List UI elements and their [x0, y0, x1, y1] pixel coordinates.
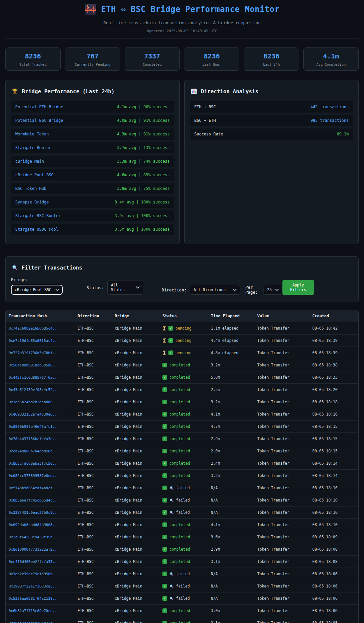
status-select[interactable]: All Status: [107, 280, 143, 295]
created-cell: 08-05 18:05: [309, 617, 358, 623]
direction-filter-group: Direction: All Directions: [162, 285, 240, 295]
bridge-performance-row: Potential BSC Bridge 4.0m avg | 91% succ…: [11, 115, 174, 126]
time-elapsed-cell: 3.2m: [208, 470, 254, 482]
status-cell: ✓ pending: [159, 335, 208, 347]
created-cell: 08-05 18:14: [309, 470, 358, 482]
status-cell: ✓ failed: [159, 494, 208, 506]
tx-hash-link[interactable]: 0x338f431c0eac27b0c8...: [9, 510, 59, 515]
tx-hash-link[interactable]: 0x082cc375899587e0ed...: [9, 474, 59, 478]
value-cell: Token Transfer: [254, 347, 309, 359]
created-cell: 08-05 18:20: [309, 384, 358, 396]
table-row: 0xca249880b7a4dbde8c... ETH→BSC cBridge …: [6, 445, 358, 457]
bridge-cell: cBridge Main: [112, 556, 159, 568]
direction-filter-label: Direction:: [162, 287, 187, 292]
bridge-stats: 3.9m avg | 100% success: [115, 213, 170, 218]
check-icon: ✓: [162, 473, 167, 478]
direction-cell: ETH→BSC: [75, 408, 112, 420]
tx-hash-link[interactable]: 0x74ac6002e16bdb85c4...: [9, 326, 59, 331]
status-cell: ✓ completed: [159, 519, 208, 531]
stat-value: 4.1m: [305, 52, 357, 60]
tx-hash-link[interactable]: 0x5236aa6581f64a2139...: [9, 596, 59, 601]
check-icon: ✓: [168, 338, 173, 343]
bridge-cell: cBridge Main: [112, 592, 159, 604]
direction-analysis-title: Direction Analysis: [201, 88, 258, 95]
status-cell: ✓ completed: [159, 543, 208, 555]
tx-hash-link[interactable]: 0x442fc1c6d885767f6a...: [9, 375, 59, 380]
check-icon: ✓: [162, 449, 167, 453]
value-cell: Token Transfer: [254, 445, 309, 457]
column-header: Direction: [75, 310, 112, 322]
bridge-cell: cBridge Main: [112, 359, 159, 371]
tx-hash-link[interactable]: 0x58ae0db9918cd595a8...: [9, 363, 59, 367]
bridge-cell: cBridge Main: [112, 506, 159, 518]
updated-timestamp: Updated: 2025-08-05 18:43:49 UTC: [5, 29, 359, 33]
column-header: Value: [254, 310, 309, 322]
stat-label: Last Hour: [186, 62, 238, 66]
tx-hash-link[interactable]: 0x469832152afe4630e0...: [9, 412, 59, 417]
apply-filters-button[interactable]: Apply Filters: [282, 280, 314, 295]
status-text: completed: [169, 547, 190, 552]
bridge-cell: cBridge Main: [112, 335, 159, 347]
bridge-select[interactable]: cBridge Pool BSC: [11, 285, 63, 295]
tx-hash-link[interactable]: 0x78a4437136bcfefa3e...: [9, 437, 59, 441]
tx-hash-link[interactable]: 0x8b5a6effc45cb65d4c...: [9, 498, 59, 503]
direction-select[interactable]: All Directions: [190, 285, 240, 295]
bridge-name: BSC Token Hub: [15, 186, 46, 191]
bridge-performance-row: BSC Token Hub 3.8m avg | 75% success: [11, 183, 174, 194]
status-cell: ✓ failed: [159, 580, 208, 592]
table-row: 0x3ed5a24bd2b2ecb880... ETH→BSC cBridge …: [6, 396, 358, 408]
tx-hash-link[interactable]: 0xf748b9b854fdf4a8cf...: [9, 486, 59, 490]
direction-cell: ETH→BSC: [75, 335, 112, 347]
tx-hash-link[interactable]: 0x092da08cadd84b9808...: [9, 523, 59, 527]
tx-hash-link[interactable]: 0x8b3cfdc68aba3f7c56...: [9, 461, 59, 466]
value-cell: Token Transfer: [254, 580, 309, 592]
bridge-stats: 3.5m avg | 100% success: [115, 227, 170, 232]
check-icon: ✓: [162, 387, 167, 392]
status-cell: ✓ failed: [159, 592, 208, 604]
value-cell: Token Transfer: [254, 519, 309, 531]
value-cell: Token Transfer: [254, 408, 309, 420]
status-text: completed: [169, 363, 190, 367]
per-page-select[interactable]: 25: [264, 285, 282, 295]
tx-hash-link[interactable]: 0x3ed5a24bd2b2ecb880...: [9, 400, 59, 404]
tx-hash-link[interactable]: 0xc410d400ee2ffcfa33...: [9, 560, 59, 564]
status-text: completed: [169, 473, 190, 478]
status-filter-group: Status: All Status: [87, 280, 143, 295]
created-cell: 08-05 18:10: [309, 519, 358, 531]
column-header: Transaction Hash: [6, 310, 75, 322]
time-elapsed-cell: 2.9m: [208, 543, 254, 555]
status-text: completed: [169, 535, 190, 539]
time-elapsed-cell: 4.4m elapsed: [208, 335, 254, 347]
chevron-down-icon: [233, 289, 237, 291]
value-cell: Token Transfer: [254, 617, 309, 623]
tx-hash-link[interactable]: 0x727a3191736d3b78bf...: [9, 351, 59, 355]
time-elapsed-cell: N/A: [208, 482, 254, 494]
status-cell: ✓ completed: [159, 421, 208, 432]
tx-hash-link[interactable]: 0xe7c19dfd85a8615ac4...: [9, 339, 59, 343]
value-cell: Token Transfer: [254, 396, 309, 408]
direction-cell: ETH→BSC: [75, 347, 112, 359]
status-text: pending: [175, 338, 191, 343]
table-row: 0x43a612139ef08c4c52... ETH→BSC cBridge …: [6, 383, 358, 396]
created-cell: 08-05 18:15: [309, 421, 358, 432]
table-row: 0xc8da2c4dc4b781d72a... ETH→BSC cBridge …: [6, 617, 358, 623]
tx-hash-link[interactable]: 0x8d10000f7731a22af2...: [9, 547, 59, 552]
tx-hash-link[interactable]: 0x19987f22e1f3083ce3...: [9, 584, 59, 588]
tx-hash-link[interactable]: 0x2c6f64503e9430f35b...: [9, 535, 59, 539]
tx-hash-link[interactable]: 0x6b82a7f713c89e70ce...: [9, 609, 59, 613]
tx-hash-link[interactable]: 0x3eb2c39ac79cfd950b...: [9, 572, 59, 576]
value-cell: Token Transfer: [254, 371, 309, 383]
check-icon: ✓: [162, 559, 167, 564]
created-cell: 08-05 18:06: [309, 568, 358, 580]
table-row: 0x3eb2c39ac79cfd950b... ETH→BSC cBridge …: [6, 568, 358, 580]
bridge-cell: cBridge Main: [112, 347, 159, 359]
bridge-performance-row: Stargate USDC Pool 3.5m avg | 100% succe…: [11, 224, 174, 235]
tx-hash-link[interactable]: 0xca249880b7a4dbde8c...: [9, 449, 59, 453]
status-cell: ✓ pending: [159, 322, 208, 334]
status-text: failed: [176, 596, 190, 601]
table-row: 0x19987f22e1f3083ce3... ETH→BSC cBridge …: [6, 580, 358, 592]
value-cell: Token Transfer: [254, 322, 309, 334]
tx-hash-link[interactable]: 0xc8da2c4dc4b781d72a...: [9, 621, 59, 623]
tx-hash-link[interactable]: 0x43a612139ef08c4c52...: [9, 388, 59, 392]
tx-hash-link[interactable]: 0x8580b59fa46d45afc1...: [9, 425, 59, 429]
